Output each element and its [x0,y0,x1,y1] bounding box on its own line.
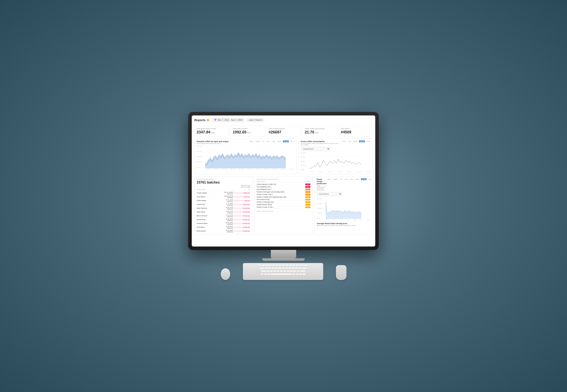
filter-day[interactable]: Day [271,140,276,142]
rr-filter-input[interactable]: Input [327,178,332,180]
roast-recipe-dropdown[interactable]: House Blend [317,192,342,196]
rr-filter-output[interactable]: Output [332,178,339,180]
key [266,270,269,272]
kpi-label-batches: Total roasted batches [269,128,298,130]
roasted-y-axis: 12,000.00 kg 9,000.00 kg 6,000.00 kg 3,0… [197,145,203,168]
recipes-stats: 969 Ton input 824 Ton output [197,185,250,188]
kpi-label-alarms: Total alarms [341,128,370,130]
roasted-chart-title: Roasted coffee by input and output [197,140,229,142]
monitor-frame: Reports 🔥 📅 Nov 7, 2021 - Nov 7, 2023 La… [188,112,379,250]
key [296,273,299,275]
key [292,264,295,266]
rr-filter-year[interactable]: Year [367,178,372,180]
range-select[interactable]: Last 2 Years ▾ [247,118,264,122]
kpi-card-batches: Total roasted batches #26687 [266,126,301,136]
table-row: Italian Espresso 61.36 (765 batches) -15… [197,206,250,210]
kpi-label-silo: Green coffee silo inventory [305,128,334,130]
table-row: Trooper Delight 180.11 (1802 batches) -1… [197,191,250,195]
key [280,270,283,272]
kpi-row: Total green coffee roasted 2347.84 tons … [194,126,373,136]
rr-filter-all[interactable]: All [340,178,343,180]
roasted-chart-header: Roasted coffee by input and output Total… [197,140,294,144]
roast-recipe-filters: Input Output All Hour Day Week Month Yea… [327,178,372,180]
green-filter-day[interactable]: Day [347,140,352,142]
key [285,267,288,269]
green-chart-header: Green coffee consumption This is all gre… [301,140,370,146]
key [282,264,285,266]
green-chart-subtitle: This is all green coffee that is dosed o… [301,143,339,146]
avg-roast-subtitle: Difference between required and actual d… [317,225,370,226]
recipes-panel-title: Top 15 roasted recipes [197,178,250,180]
green-chart-dropdown[interactable]: OriginBlend01 [301,147,330,151]
key [265,264,268,266]
recipes-table-body: Trooper Delight 180.11 (1802 batches) -1… [197,191,250,233]
key [302,267,307,269]
alarm-row: Position diverter 9(A-B) 81 [257,203,310,206]
filter-input[interactable]: Input [249,140,254,142]
roast-recipe-chart-area: 6,000.00 kg 4,500.00 kg 3,000.00 kg 1,50… [317,198,370,219]
key [282,267,285,269]
roasted-chart-subtitle: Total roasted coffee input and output [197,143,229,144]
rr-filter-hour[interactable]: Hour [344,178,348,180]
monitor-base [262,258,305,261]
rr-filter-month[interactable]: Month [361,178,367,180]
avg-roast-title: Average Roast batch dosing error [317,223,370,224]
charts-row: Roasted coffee by input and output Total… [194,139,373,174]
kpi-value-batches: #26687 [269,130,298,134]
roast-recipe-panel: Roast recipe production Total production… [314,176,373,235]
filter-hour[interactable]: Hour [266,140,271,142]
key [297,270,300,272]
bluetooth-mouse-button [221,268,230,280]
key [299,267,302,269]
alarms-table-header: Alarm name # occured [257,181,310,183]
green-filter-week[interactable]: Week [353,140,358,142]
alarm-row: Position of slide gate 1(D) dumping stat… [257,191,310,193]
key-row-2 [244,267,322,270]
alarm-row: Position of sliding valve weighing bunke… [257,196,310,198]
app-title: Reports 🔥 [194,118,209,122]
key [268,267,271,269]
date-range-text: Nov 7, 2021 - Nov 7, 2023 [218,119,242,121]
roast-recipe-info: Roast recipe production Total production… [317,178,327,191]
monitor-stand [271,250,296,258]
rr-filter-week[interactable]: Week [355,178,360,180]
alarm-row: Arm Position M7(D) 89 [257,198,310,201]
green-filter-month[interactable]: Month [359,140,365,142]
key [287,270,290,272]
table-row: Coffee Meister 77.41 (925 batches) -15% … [197,199,250,203]
table-row: Capitol Point 77.70 (805 batches) -15.02… [197,203,250,206]
key [265,267,268,269]
recipes-panel: Top 15 roasted recipes 10761 batches 969… [194,176,253,235]
spacebar-key [271,273,292,275]
green-filter-hour[interactable]: Hour [342,140,347,142]
alarm-chart-title: Alarm count over time [257,210,310,212]
green-chart-filters: Hour Day Week Month Year [342,140,370,142]
filter-year[interactable]: Year [290,140,294,142]
key [259,264,262,266]
alarm-row: Flow Weighing Point 2 367 [257,188,310,191]
app: Reports 🔥 📅 Nov 7, 2021 - Nov 7, 2023 La… [192,115,375,247]
rr-filter-day[interactable]: Day [349,178,354,180]
green-chart-area: 1,000.00 kg 750.00 kg 500.00 kg 250.00 k… [301,152,370,171]
roasted-chart-filters: Input Output All Hour Day Week Month Yea… [249,140,294,142]
alarms-panel: Top 10 most occured alarms Alarm name # … [254,176,313,235]
filter-all[interactable]: All [262,140,265,142]
key [296,264,299,266]
table-row: Berlin Barkers 33.01 (503 batches) -15.0… [197,229,250,233]
filter-output[interactable]: Output [255,140,261,142]
filter-week[interactable]: Week [277,140,282,142]
green-filter-year[interactable]: Year [366,140,370,142]
green-coffee-panel: Green coffee consumption This is all gre… [298,139,373,174]
filter-month[interactable]: Month [283,140,289,142]
bottom-row: Top 15 roasted recipes 10761 batches 969… [194,176,373,235]
key [286,264,289,266]
key [276,264,278,266]
accessories [188,263,379,280]
date-filter[interactable]: 📅 Nov 7, 2021 - Nov 7, 2023 [212,118,244,122]
key [267,273,270,275]
recipes-table-header: Recipe name Ton [197,189,250,191]
alarm-row: Position of slide gate 2(G) 81 [257,201,310,203]
key [303,273,305,275]
screen: Reports 🔥 📅 Nov 7, 2021 - Nov 7, 2023 La… [192,115,375,247]
key [293,270,296,272]
